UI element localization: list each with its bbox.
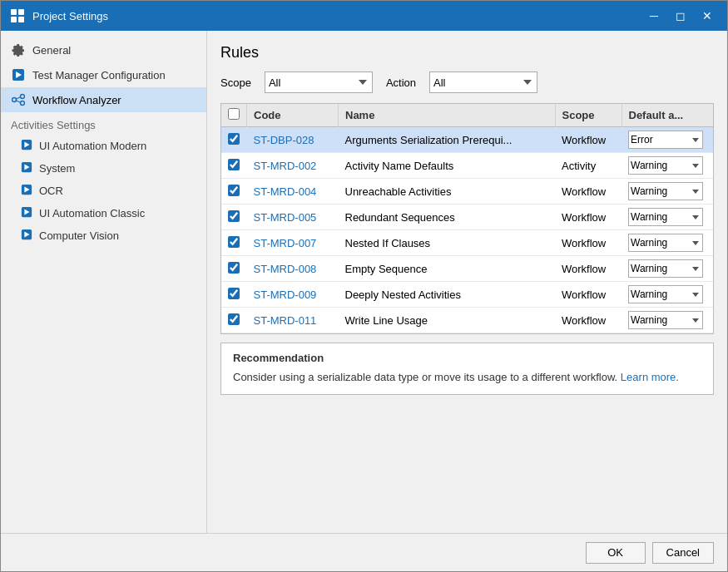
sidebar-workflow-label: Workflow Analyzer (32, 94, 121, 106)
arrow-icon-classic (21, 206, 32, 220)
row-checkbox-0[interactable] (228, 133, 240, 145)
sidebar-item-general[interactable]: General (1, 37, 206, 62)
row-scope: Workflow (555, 256, 622, 282)
table-row[interactable]: ST-MRD-011Write Line UsageWorkflowErrorW… (221, 308, 713, 333)
sidebar-item-ui-automation-classic[interactable]: UI Automation Classic (1, 202, 206, 224)
row-action-select-1[interactable]: ErrorWarningInfoVerbose (628, 156, 703, 175)
svg-point-6 (12, 98, 17, 102)
row-name: Unreachable Activities (339, 179, 556, 205)
code-link-0[interactable]: ST-DBP-028 (254, 134, 314, 146)
main-content: Rules Scope All Workflow Activity Projec… (207, 31, 727, 533)
rules-table: Code Name Scope Default a... (221, 104, 713, 333)
recommendation-panel: Recommendation Consider using a serializ… (220, 343, 714, 395)
svg-rect-1 (18, 9, 24, 15)
page-title: Rules (220, 44, 714, 62)
col-header-name: Name (339, 104, 556, 127)
row-scope: Workflow (555, 179, 622, 205)
row-name: Write Line Usage (339, 308, 556, 333)
arrow-icon-modern (21, 139, 32, 153)
col-header-scope: Scope (555, 104, 622, 127)
row-action-select-6[interactable]: ErrorWarningInfoVerbose (628, 285, 703, 303)
gear-icon (11, 42, 26, 57)
row-checkbox-7[interactable] (228, 313, 240, 325)
row-scope: Workflow (555, 205, 622, 230)
rules-table-scroll[interactable]: Code Name Scope Default a... (220, 103, 714, 334)
row-scope: Activity (555, 153, 622, 179)
col-header-action: Default a... (622, 104, 713, 127)
recommendation-title: Recommendation (233, 352, 701, 364)
row-checkbox-5[interactable] (228, 262, 240, 274)
table-body: ST-DBP-028Arguments Serialization Prereq… (221, 127, 713, 333)
minimize-button[interactable]: ─ (642, 4, 666, 27)
table-row[interactable]: ST-MRD-008Empty SequenceWorkflowErrorWar… (221, 256, 713, 282)
row-action-select-5[interactable]: ErrorWarningInfoVerbose (628, 259, 703, 278)
row-checkbox-1[interactable] (228, 159, 240, 170)
sidebar-system-label: System (39, 162, 75, 175)
row-checkbox-6[interactable] (228, 288, 240, 299)
code-link-4[interactable]: ST-MRD-007 (254, 237, 317, 249)
activities-settings-section: Activities Settings (1, 112, 206, 135)
svg-line-9 (17, 97, 21, 99)
table-row[interactable]: ST-MRD-009Deeply Nested ActivitiesWorkfl… (221, 282, 713, 308)
sidebar-ocr-label: OCR (39, 185, 63, 197)
arrow-icon-system (21, 161, 32, 175)
table-row[interactable]: ST-MRD-004Unreachable ActivitiesWorkflow… (221, 179, 713, 205)
row-name: Empty Sequence (339, 256, 556, 282)
svg-line-10 (17, 101, 21, 102)
sidebar-ui-classic-label: UI Automation Classic (39, 207, 145, 219)
ok-button[interactable]: OK (586, 542, 646, 564)
row-checkbox-4[interactable] (228, 236, 240, 248)
sidebar-item-ui-automation-modern[interactable]: UI Automation Modern (1, 135, 206, 157)
sidebar-item-workflow-analyzer[interactable]: Workflow Analyzer (1, 87, 206, 112)
project-settings-window: Project Settings ─ ◻ ✕ General (0, 0, 728, 572)
action-filter-label: Action (386, 76, 416, 89)
sidebar: General Test Manager Configuration (1, 31, 207, 533)
svg-point-8 (21, 101, 25, 106)
row-name: Activity Name Defaults (339, 153, 556, 179)
arrow-icon-cv (21, 229, 32, 243)
sidebar-item-test-manager[interactable]: Test Manager Configuration (1, 62, 206, 87)
row-name: Arguments Serialization Prerequi... (339, 127, 556, 153)
arrow-icon (11, 67, 26, 82)
code-link-6[interactable]: ST-MRD-009 (254, 288, 317, 301)
table-row[interactable]: ST-DBP-028Arguments Serialization Prereq… (221, 127, 713, 153)
footer: OK Cancel (1, 533, 727, 571)
row-scope: Workflow (555, 308, 622, 333)
sidebar-item-ocr[interactable]: OCR (1, 180, 206, 202)
row-checkbox-2[interactable] (228, 185, 240, 196)
scope-select[interactable]: All Workflow Activity Project (265, 72, 373, 93)
select-all-checkbox[interactable] (228, 108, 240, 120)
sidebar-item-system[interactable]: System (1, 157, 206, 180)
titlebar: Project Settings ─ ◻ ✕ (1, 1, 727, 31)
row-action-select-7[interactable]: ErrorWarningInfoVerbose (628, 311, 703, 329)
row-name: Nested If Clauses (339, 230, 556, 256)
action-select[interactable]: All Error Warning Info Verbose (429, 72, 537, 93)
row-name: Redundant Sequences (339, 205, 556, 230)
learn-more-link[interactable]: Learn more. (621, 371, 679, 383)
row-checkbox-3[interactable] (228, 210, 240, 222)
workflow-icon (11, 92, 26, 107)
table-row[interactable]: ST-MRD-007Nested If ClausesWorkflowError… (221, 230, 713, 256)
maximize-button[interactable]: ◻ (669, 4, 692, 27)
recommendation-text: Consider using a serializable data type … (233, 369, 701, 386)
table-header-row: Code Name Scope Default a... (221, 104, 713, 127)
code-link-3[interactable]: ST-MRD-005 (254, 211, 317, 224)
code-link-7[interactable]: ST-MRD-011 (254, 314, 317, 327)
sidebar-item-computer-vision[interactable]: Computer Vision (1, 224, 206, 247)
cancel-button[interactable]: Cancel (652, 542, 714, 564)
row-action-select-3[interactable]: ErrorWarningInfoVerbose (628, 208, 703, 226)
svg-rect-3 (18, 17, 24, 22)
code-link-5[interactable]: ST-MRD-008 (254, 263, 317, 275)
code-link-2[interactable]: ST-MRD-004 (254, 185, 317, 198)
row-action-select-0[interactable]: ErrorWarningInfoVerbose (628, 131, 703, 149)
arrow-icon-ocr (21, 184, 32, 198)
table-row[interactable]: ST-MRD-002Activity Name DefaultsActivity… (221, 153, 713, 179)
filter-row: Scope All Workflow Activity Project Acti… (220, 72, 714, 93)
row-scope: Workflow (555, 282, 622, 308)
row-scope: Workflow (555, 230, 622, 256)
table-row[interactable]: ST-MRD-005Redundant SequencesWorkflowErr… (221, 205, 713, 230)
code-link-1[interactable]: ST-MRD-002 (254, 160, 317, 172)
row-action-select-4[interactable]: ErrorWarningInfoVerbose (628, 234, 703, 252)
row-action-select-2[interactable]: ErrorWarningInfoVerbose (628, 182, 703, 200)
close-button[interactable]: ✕ (696, 4, 719, 27)
